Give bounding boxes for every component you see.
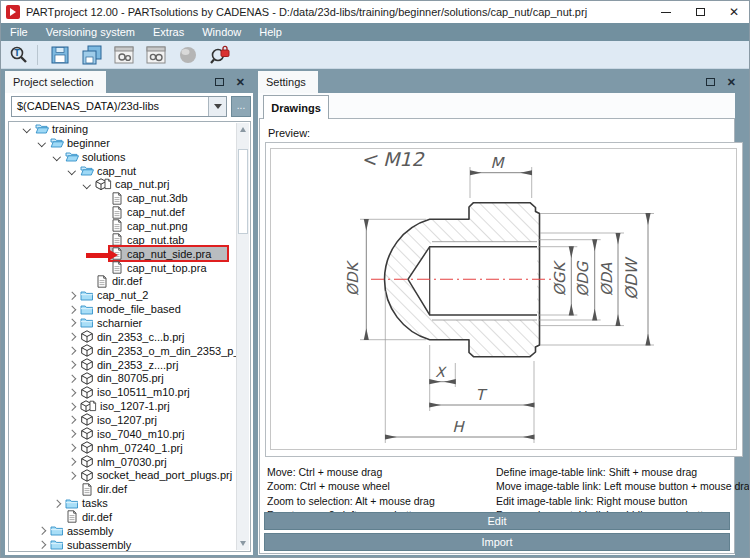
tree-item[interactable]: scharnier [9, 316, 250, 330]
project-window-icon[interactable] [110, 43, 138, 67]
panel-maximize-icon[interactable] [706, 78, 715, 86]
cube-doc-icon [95, 178, 113, 191]
sphere-icon[interactable] [174, 43, 202, 67]
path-combobox[interactable]: $(CADENAS_DATA)/23d-libs [11, 96, 227, 117]
drawing-preview[interactable]: < M12 M ØDK ØGK ØDG ØDA ØDW X T H [265, 142, 743, 457]
tree-item[interactable]: dir.def [9, 482, 250, 496]
panel-close-icon[interactable]: ✕ [236, 75, 245, 89]
expand-right-icon[interactable] [66, 303, 80, 316]
tree-item[interactable]: cap_nut_top.pra [9, 261, 250, 275]
tree-item[interactable]: tasks [9, 496, 250, 510]
menu-window[interactable]: Window [193, 23, 250, 41]
tree-item[interactable]: solutions [9, 150, 250, 164]
dim-t-label: T [475, 386, 487, 404]
expand-right-icon[interactable] [66, 289, 80, 302]
expand-right-icon[interactable] [66, 358, 80, 371]
tree-item[interactable]: cap_nut.def [9, 205, 250, 219]
expand-right-icon[interactable] [66, 427, 80, 440]
tree-item[interactable]: iso_1207.prj [9, 413, 250, 427]
tree-item[interactable]: nlm_07030.prj [9, 455, 250, 469]
tree-item[interactable]: beginner [9, 136, 250, 150]
tree-item[interactable]: iso_10511_m10.prj [9, 385, 250, 399]
tree-item[interactable]: cap_nut.3db [9, 191, 250, 205]
tree-item[interactable]: iso_1207-1.prj [9, 399, 250, 413]
tree-item[interactable]: dir.def [9, 510, 250, 524]
import-button[interactable]: Import [264, 533, 730, 551]
tree-item-label: cap_nut.def [125, 206, 189, 218]
browse-button[interactable]: ... [231, 96, 251, 117]
tree-item[interactable]: subassembly [9, 538, 250, 552]
tree-item-label: iso_1207-1.prj [98, 400, 174, 412]
tree-item[interactable]: cap_nut_2 [9, 288, 250, 302]
tree-item[interactable]: assembly [9, 524, 250, 538]
maximize-button[interactable] [683, 1, 717, 23]
panel-close-icon[interactable]: ✕ [727, 75, 736, 89]
expand-right-icon[interactable] [66, 316, 80, 329]
tab-drawings[interactable]: Drawings [263, 95, 329, 119]
cube-icon [80, 427, 95, 440]
tree-item[interactable]: cap_nut.tab [9, 233, 250, 247]
expand-right-icon[interactable] [66, 344, 80, 357]
expand-right-icon[interactable] [36, 524, 50, 537]
tree-item[interactable]: din_2353_c...b.prj [9, 330, 250, 344]
minimize-button[interactable] [649, 1, 683, 23]
menu-extras[interactable]: Extras [144, 23, 193, 41]
panel-maximize-icon[interactable] [215, 78, 224, 86]
expand-right-icon[interactable] [66, 372, 80, 385]
tree-item[interactable]: cap_nut.png [9, 219, 250, 233]
tree-item[interactable]: din_2353_z....prj [9, 358, 250, 372]
search-part-icon[interactable]: T [5, 43, 33, 67]
combo-dropdown-icon[interactable] [208, 97, 226, 116]
selected-tree-item-highlight[interactable]: cap_nut_side.pra [110, 247, 227, 260]
close-button[interactable]: ✕ [717, 1, 750, 23]
edit-button[interactable]: Edit [264, 512, 730, 530]
tree-item[interactable]: cap_nut.prj [9, 177, 250, 191]
tree-item[interactable]: socket_head_port_plugs.prj [9, 468, 250, 482]
tree-scrollbar[interactable] [236, 123, 249, 550]
save-icon[interactable] [46, 43, 74, 67]
folder-open-icon [50, 136, 65, 149]
expand-right-icon[interactable] [51, 497, 65, 510]
tree-item[interactable]: mode_file_based [9, 302, 250, 316]
folder-icon [80, 316, 95, 329]
settings-panel: Settings ✕ Drawings Preview: [258, 71, 748, 555]
doc-icon [110, 192, 125, 205]
expand-right-icon[interactable] [36, 538, 50, 551]
menu-help[interactable]: Help [250, 23, 291, 41]
expand-right-icon[interactable] [66, 386, 80, 399]
cube-icon [80, 344, 95, 357]
tree-item[interactable]: iso_7040_m10.prj [9, 427, 250, 441]
scrollbar-thumb[interactable] [238, 149, 248, 234]
dim-h-label: H [452, 418, 465, 436]
tree-item[interactable]: cap_nut_side.pra [9, 247, 250, 261]
doc-icon [95, 275, 110, 288]
search-lock-icon[interactable] [206, 43, 234, 67]
expand-down-icon[interactable] [36, 136, 50, 149]
expand-down-icon[interactable] [66, 164, 80, 177]
scroll-up-icon[interactable] [240, 127, 246, 132]
tree-item[interactable]: nhm_07240_1.prj [9, 441, 250, 455]
tree-item[interactable]: din_80705.prj [9, 371, 250, 385]
menu-file[interactable]: File [1, 23, 37, 41]
tree-item[interactable]: cap_nut [9, 164, 250, 178]
expand-right-icon[interactable] [66, 469, 80, 482]
part-window-icon[interactable] [142, 43, 170, 67]
tree-item[interactable]: dir.def [9, 274, 250, 288]
expand-down-icon[interactable] [81, 178, 95, 191]
settings-panel-title: Settings [258, 71, 318, 93]
expand-down-icon[interactable] [21, 122, 35, 135]
expand-down-icon[interactable] [51, 150, 65, 163]
expand-right-icon[interactable] [66, 413, 80, 426]
cube-icon [80, 469, 95, 482]
tree-item[interactable]: din_2353_o_m_din_2353_p_... [9, 344, 250, 358]
menu-versioning-system[interactable]: Versioning system [37, 23, 144, 41]
expand-right-icon[interactable] [66, 330, 80, 343]
expand-right-icon[interactable] [66, 400, 80, 413]
expand-right-icon[interactable] [66, 455, 80, 468]
cube-icon [80, 358, 95, 371]
save-all-icon[interactable] [78, 43, 106, 67]
tree-item[interactable]: training [9, 122, 250, 136]
scroll-down-icon[interactable] [240, 541, 246, 546]
tree-item-label: cap_nut.3db [125, 192, 192, 204]
expand-right-icon[interactable] [66, 441, 80, 454]
